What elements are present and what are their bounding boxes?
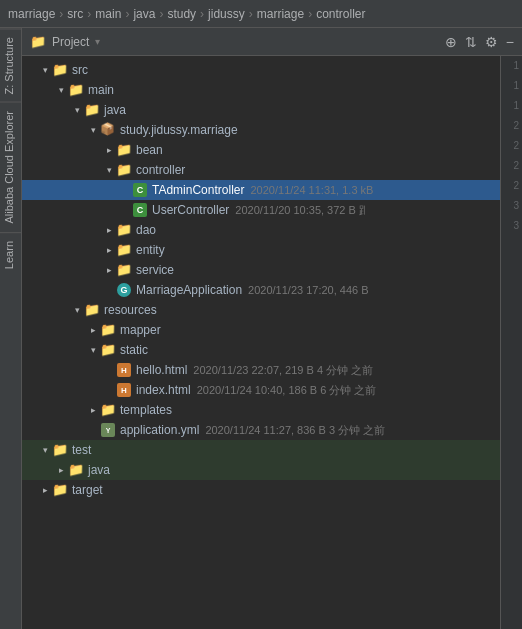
tree-node-mapper[interactable]: 📁 mapper — [22, 320, 500, 340]
node-label: static — [120, 343, 148, 357]
class-g-icon: G — [116, 282, 132, 298]
node-meta: 2020/11/23 22:07, 219 B 4 分钟 之前 — [193, 363, 373, 378]
panel-header: 📁 Project ▾ ⊕ ⇅ ⚙ − — [22, 28, 522, 56]
breadcrumb-item-marriage2[interactable]: marriage — [257, 7, 304, 21]
breadcrumb-item-controller[interactable]: controller — [316, 7, 365, 21]
tree-node-test[interactable]: 📁 test — [22, 440, 500, 460]
left-tabs-panel: Z: Structure Alibaba Cloud Explorer Lear… — [0, 28, 22, 629]
expand-icon[interactable] — [102, 225, 116, 235]
globe-icon[interactable]: ⊕ — [445, 34, 457, 50]
breadcrumb-item-main[interactable]: main — [95, 7, 121, 21]
expand-icon[interactable] — [86, 405, 100, 415]
folder-icon: 📁 — [52, 442, 68, 458]
tree-node-target[interactable]: 📁 target — [22, 480, 500, 500]
node-label: study.jidussy.marriage — [120, 123, 238, 137]
tab-z-structure[interactable]: Z: Structure — [0, 28, 21, 102]
right-gutter: 1 1 1 2 2 2 2 3 3 — [500, 56, 522, 629]
tree-node-resources[interactable]: 📁 resources — [22, 300, 500, 320]
class-c-icon: C — [132, 202, 148, 218]
node-label: application.yml — [120, 423, 199, 437]
breadcrumb-bar: marriage › src › main › java › study › j… — [0, 0, 522, 28]
tree-node-entity[interactable]: 📁 entity — [22, 240, 500, 260]
tree-node-hello-html[interactable]: H hello.html 2020/11/23 22:07, 219 B 4 分… — [22, 360, 500, 380]
node-label: hello.html — [136, 363, 187, 377]
folder-icon: 📁 — [30, 34, 46, 49]
tree-node-templates[interactable]: 📁 templates — [22, 400, 500, 420]
tree-node-java-test[interactable]: 📁 java — [22, 460, 500, 480]
tab-learn[interactable]: Learn — [0, 232, 21, 277]
folder-icon: 📁 — [116, 222, 132, 238]
expand-icon[interactable] — [86, 345, 100, 355]
expand-icon[interactable] — [102, 265, 116, 275]
folder-icon: 📁 — [116, 142, 132, 158]
expand-icon[interactable] — [86, 125, 100, 135]
file-tree: 📁 src 📁 main 📁 — [22, 56, 500, 629]
folder-icon: 📁 — [84, 302, 100, 318]
tree-node-dao[interactable]: 📁 dao — [22, 220, 500, 240]
breadcrumb-item-jidussy[interactable]: jidussy — [208, 7, 245, 21]
node-label: UserController — [152, 203, 229, 217]
node-label: java — [88, 463, 110, 477]
folder-icon: 📁 — [100, 402, 116, 418]
expand-icon[interactable] — [70, 105, 84, 115]
node-label: bean — [136, 143, 163, 157]
tree-node-main[interactable]: 📁 main — [22, 80, 500, 100]
folder-icon: 📁 — [116, 242, 132, 258]
tree-node-index-html[interactable]: H index.html 2020/11/24 10:40, 186 B 6 分… — [22, 380, 500, 400]
node-label: mapper — [120, 323, 161, 337]
expand-icon[interactable] — [38, 485, 52, 495]
breadcrumb-item-study[interactable]: study — [167, 7, 196, 21]
node-meta: 2020/11/24 11:31, 1.3 kB — [250, 184, 373, 196]
expand-icon[interactable] — [54, 85, 68, 95]
package-icon: 📦 — [100, 122, 116, 138]
tree-node-application-yml[interactable]: Y application.yml 2020/11/24 11:27, 836 … — [22, 420, 500, 440]
breadcrumb-item-java[interactable]: java — [133, 7, 155, 21]
minimize-icon[interactable]: − — [506, 34, 514, 50]
tree-node-controller[interactable]: 📁 controller — [22, 160, 500, 180]
node-label: src — [72, 63, 88, 77]
expand-icon[interactable] — [102, 165, 116, 175]
node-label: java — [104, 103, 126, 117]
folder-icon: 📁 — [52, 482, 68, 498]
node-meta: 2020/11/24 11:27, 836 B 3 分钟 之前 — [205, 423, 385, 438]
tab-alibaba[interactable]: Alibaba Cloud Explorer — [0, 102, 21, 232]
expand-icon[interactable] — [86, 325, 100, 335]
breadcrumb-item-src[interactable]: src — [67, 7, 83, 21]
class-c-icon: C — [132, 182, 148, 198]
node-label: dao — [136, 223, 156, 237]
node-label: index.html — [136, 383, 191, 397]
node-meta: 2020/11/23 17:20, 446 B — [248, 284, 369, 296]
html-icon: H — [116, 382, 132, 398]
tree-node-user-controller[interactable]: C UserController 2020/11/20 10:35, 372 B… — [22, 200, 500, 220]
folder-icon: 📁 — [68, 462, 84, 478]
node-label: templates — [120, 403, 172, 417]
folder-icon: 📁 — [116, 162, 132, 178]
breadcrumb-item-marriage[interactable]: marriage — [8, 7, 55, 21]
split-icon[interactable]: ⇅ — [465, 34, 477, 50]
node-meta: 2020/11/24 10:40, 186 B 6 分钟 之前 — [197, 383, 377, 398]
tree-node-tadmin-controller[interactable]: C TAdminController 2020/11/24 11:31, 1.3… — [22, 180, 500, 200]
node-label: test — [72, 443, 91, 457]
expand-icon[interactable] — [38, 65, 52, 75]
tree-node-src[interactable]: 📁 src — [22, 60, 500, 80]
expand-icon[interactable] — [38, 445, 52, 455]
tree-node-static[interactable]: 📁 static — [22, 340, 500, 360]
tree-node-service[interactable]: 📁 service — [22, 260, 500, 280]
settings-icon[interactable]: ⚙ — [485, 34, 498, 50]
yml-icon: Y — [100, 422, 116, 438]
node-label: TAdminController — [152, 183, 244, 197]
expand-icon[interactable] — [54, 465, 68, 475]
node-label: MarriageApplication — [136, 283, 242, 297]
node-label: main — [88, 83, 114, 97]
expand-icon[interactable] — [102, 245, 116, 255]
expand-icon[interactable] — [102, 145, 116, 155]
expand-icon[interactable] — [70, 305, 84, 315]
node-meta: 2020/11/20 10:35, 372 B 距... — [235, 203, 365, 218]
tree-node-bean[interactable]: 📁 bean — [22, 140, 500, 160]
tree-node-marriage-app[interactable]: G MarriageApplication 2020/11/23 17:20, … — [22, 280, 500, 300]
dropdown-arrow-icon[interactable]: ▾ — [95, 36, 100, 47]
folder-icon: 📁 — [68, 82, 84, 98]
html-icon: H — [116, 362, 132, 378]
tree-node-package[interactable]: 📦 study.jidussy.marriage — [22, 120, 500, 140]
tree-node-java[interactable]: 📁 java — [22, 100, 500, 120]
